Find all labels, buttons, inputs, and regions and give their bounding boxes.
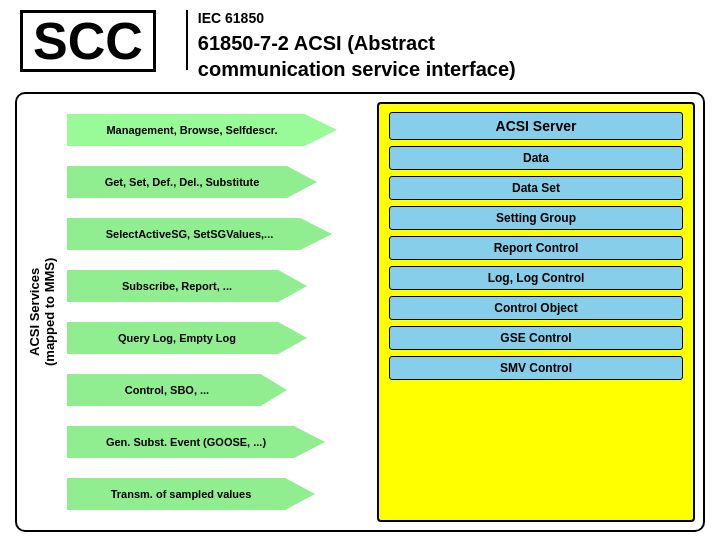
arrow-subscribe-label: Subscribe, Report, ... bbox=[122, 280, 232, 292]
server-item-control-object: Control Object bbox=[389, 296, 683, 320]
arrow-get-set-label: Get, Set, Def., Del., Substitute bbox=[105, 176, 260, 188]
arrow-row-transm: Transm. of sampled values bbox=[67, 478, 372, 510]
server-item-data-set: Data Set bbox=[389, 176, 683, 200]
left-label: ACSI Services(mapped to MMS) bbox=[17, 94, 67, 530]
arrow-control-label: Control, SBO, ... bbox=[125, 384, 209, 396]
arrow-select-label: SelectActiveSG, SetSGValues,... bbox=[106, 228, 274, 240]
arrow-row-management: Management, Browse, Selfdescr. bbox=[67, 114, 372, 146]
arrow-row-subscribe: Subscribe, Report, ... bbox=[67, 270, 372, 302]
arrow-query: Query Log, Empty Log bbox=[67, 322, 307, 354]
header-title: 61850-7-2 ACSI (Abstract communication s… bbox=[198, 26, 516, 82]
left-label-text: ACSI Services(mapped to MMS) bbox=[27, 258, 57, 366]
diagram: ACSI Services(mapped to MMS) Management,… bbox=[15, 92, 705, 532]
arrow-gen-subst-label: Gen. Subst. Event (GOOSE, ...) bbox=[106, 436, 266, 448]
arrow-row-gen-subst: Gen. Subst. Event (GOOSE, ...) bbox=[67, 426, 372, 458]
arrow-row-select: SelectActiveSG, SetSGValues,... bbox=[67, 218, 372, 250]
arrow-management-label: Management, Browse, Selfdescr. bbox=[106, 124, 277, 136]
arrow-select: SelectActiveSG, SetSGValues,... bbox=[67, 218, 332, 250]
arrow-control: Control, SBO, ... bbox=[67, 374, 287, 406]
server-panel: ACSI Server Data Data Set Setting Group … bbox=[377, 102, 695, 522]
header: SCC IEC 61850 61850-7-2 ACSI (Abstract c… bbox=[0, 0, 720, 87]
arrow-transm: Transm. of sampled values bbox=[67, 478, 315, 510]
title-line1: 61850-7-2 ACSI (Abstract bbox=[198, 30, 516, 56]
server-item-report-control: Report Control bbox=[389, 236, 683, 260]
arrow-row-control: Control, SBO, ... bbox=[67, 374, 372, 406]
server-item-data: Data bbox=[389, 146, 683, 170]
arrow-get-set: Get, Set, Def., Del., Substitute bbox=[67, 166, 317, 198]
server-title-box: ACSI Server bbox=[389, 112, 683, 140]
title-line2: communication service interface) bbox=[198, 56, 516, 82]
arrow-management: Management, Browse, Selfdescr. bbox=[67, 114, 337, 146]
arrow-subscribe: Subscribe, Report, ... bbox=[67, 270, 307, 302]
server-item-gse-control: GSE Control bbox=[389, 326, 683, 350]
arrow-transm-label: Transm. of sampled values bbox=[111, 488, 252, 500]
arrow-gen-subst: Gen. Subst. Event (GOOSE, ...) bbox=[67, 426, 325, 458]
arrow-row-get-set: Get, Set, Def., Del., Substitute bbox=[67, 166, 372, 198]
arrow-row-query: Query Log, Empty Log bbox=[67, 322, 372, 354]
header-divider bbox=[186, 10, 188, 70]
iec-label: IEC 61850 bbox=[198, 10, 516, 26]
services-panel: Management, Browse, Selfdescr. Get, Set,… bbox=[67, 94, 377, 530]
server-item-smv-control: SMV Control bbox=[389, 356, 683, 380]
scc-logo: SCC bbox=[20, 10, 156, 72]
page-container: SCC IEC 61850 61850-7-2 ACSI (Abstract c… bbox=[0, 0, 720, 540]
arrow-query-label: Query Log, Empty Log bbox=[118, 332, 236, 344]
server-item-setting-group: Setting Group bbox=[389, 206, 683, 230]
server-item-log-control: Log, Log Control bbox=[389, 266, 683, 290]
